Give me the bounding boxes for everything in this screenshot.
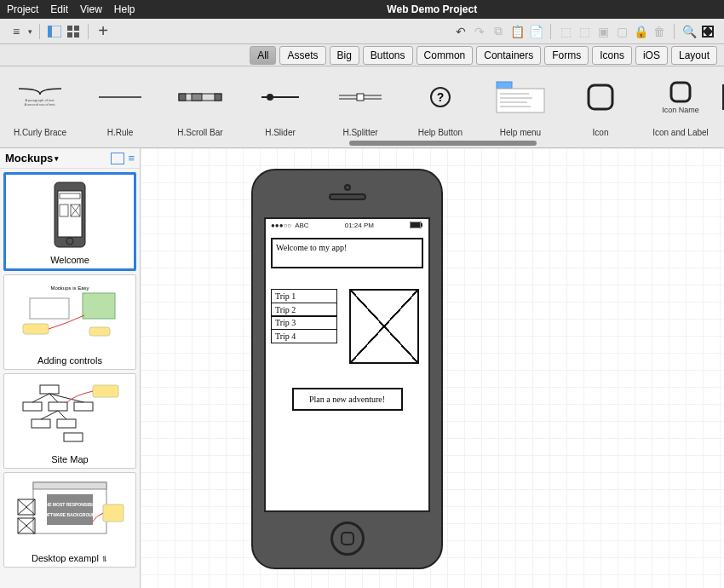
filter-buttons[interactable]: Buttons	[363, 46, 413, 65]
mockup-label: Site Map	[6, 454, 134, 464]
filter-containers[interactable]: Containers	[476, 46, 541, 65]
svg-rect-45	[83, 293, 115, 319]
canvas[interactable]: ●●●○○ ABC 01:24 PM Welcome to my app! Tr…	[141, 148, 724, 588]
mockup-label: Welcome	[8, 255, 132, 265]
mockup-card-desktop[interactable]: THE MOST RESPONSIBLESOFTWARE BACKGROUND …	[3, 472, 136, 568]
view-thumbnail-icon[interactable]	[111, 153, 124, 164]
lib-hcurlybrace[interactable]: A paragraph of text.A second row of text…	[0, 77, 80, 147]
welcome-textbox[interactable]: Welcome to my app!	[271, 238, 423, 268]
home-button[interactable]	[330, 522, 365, 556]
view-list-icon[interactable]: ≡	[128, 152, 135, 164]
svg-rect-2	[67, 26, 72, 31]
svg-rect-75	[421, 223, 422, 227]
svg-rect-15	[179, 94, 186, 101]
sidebar-chevron-icon[interactable]: ▾	[55, 154, 59, 163]
mockups-list[interactable]: Welcome Mockups is Easy Adding controls …	[0, 169, 140, 588]
carrier-label: ABC	[295, 222, 308, 229]
svg-rect-63	[33, 482, 106, 489]
svg-rect-49	[40, 385, 59, 394]
lib-icon[interactable]: Icon	[560, 77, 641, 147]
panel-left-icon[interactable]	[45, 22, 64, 41]
phone-screen: ●●●○○ ABC 01:24 PM Welcome to my app! Tr…	[264, 217, 430, 512]
list-item[interactable]: Trip 3	[271, 315, 337, 330]
undo-icon[interactable]: ↶	[451, 22, 470, 41]
sidebar-title: Mockups	[5, 152, 53, 164]
svg-rect-26	[497, 89, 544, 112]
send-back-icon[interactable]: ▢	[612, 22, 631, 41]
mockup-card-adding[interactable]: Mockups is Easy Adding controls	[3, 274, 136, 370]
svg-line-60	[41, 411, 58, 419]
svg-rect-56	[64, 433, 83, 441]
svg-rect-32	[671, 83, 690, 101]
filter-layout[interactable]: Layout	[671, 46, 717, 65]
plus-icon[interactable]: +	[94, 22, 112, 41]
svg-rect-25	[497, 82, 512, 89]
toolbar: ≡ ▾ + ↶ ↷ ⧉ 📋 📄 ⬚ ⬚ ▣ ▢ 🔒 🗑 🔍	[0, 19, 724, 44]
mockup-card-welcome[interactable]: Welcome	[3, 172, 136, 271]
iphone-mockup[interactable]: ●●●○○ ABC 01:24 PM Welcome to my app! Tr…	[251, 169, 443, 578]
lib-hslider[interactable]: H.Slider	[240, 77, 320, 147]
lib-hrule[interactable]: H.Rule	[80, 77, 160, 147]
lock-icon[interactable]: 🔒	[631, 22, 650, 41]
svg-text:?: ?	[437, 90, 445, 104]
list-item[interactable]: Trip 1	[271, 289, 337, 303]
clipboard-icon[interactable]: 📄	[526, 22, 545, 41]
copy-icon[interactable]: ⧉	[489, 22, 508, 41]
svg-text:SOFTWARE BACKGROUND: SOFTWARE BACKGROUND	[42, 512, 99, 517]
filter-forms[interactable]: Forms	[544, 46, 589, 65]
filter-ios[interactable]: iOS	[635, 46, 668, 65]
svg-rect-3	[74, 26, 79, 31]
lib-iconandlabel[interactable]: Icon Name Icon and Label	[641, 77, 721, 147]
time-label: 01:24 PM	[309, 222, 410, 229]
svg-line-61	[58, 411, 66, 419]
image-placeholder[interactable]	[349, 289, 419, 364]
redo-icon[interactable]: ↷	[470, 22, 489, 41]
svg-rect-22	[357, 94, 364, 101]
group-icon[interactable]: ⬚	[556, 22, 575, 41]
menu-bar: Project Edit View Help Web Demo Project	[0, 0, 724, 19]
svg-rect-73	[103, 504, 124, 522]
filter-bar: All Assets Big Buttons Common Containers…	[0, 44, 724, 66]
filter-assets[interactable]: Assets	[279, 46, 325, 65]
plan-adventure-button[interactable]: Plan a new adventure!	[292, 388, 403, 411]
list-item[interactable]: Trip 4	[271, 329, 337, 343]
hamburger-icon[interactable]: ≡	[7, 22, 26, 41]
svg-rect-50	[93, 385, 118, 397]
menu-edit[interactable]: Edit	[50, 3, 68, 15]
paste-icon[interactable]: 📋	[508, 22, 526, 41]
lib-helpmenu[interactable]: Help menu	[480, 77, 560, 147]
trip-list[interactable]: Trip 1 Trip 2 Trip 3 Trip 4	[271, 289, 337, 364]
svg-rect-48	[89, 327, 110, 336]
mockup-label: Adding controls	[6, 355, 134, 366]
svg-rect-16	[215, 94, 221, 101]
chevron-down-icon[interactable]: ▾	[26, 22, 34, 41]
filter-big[interactable]: Big	[330, 46, 359, 65]
svg-rect-64	[47, 494, 93, 525]
search-icon[interactable]: 🔍	[680, 22, 698, 41]
filter-icons[interactable]: Icons	[592, 46, 632, 65]
filter-common[interactable]: Common	[417, 46, 474, 65]
signal-icon: ●●●○○	[271, 222, 291, 229]
fullscreen-icon[interactable]	[698, 22, 717, 41]
filter-all[interactable]: All	[250, 46, 276, 65]
svg-rect-5	[74, 32, 79, 37]
svg-rect-54	[32, 419, 50, 428]
svg-rect-17	[192, 94, 202, 101]
list-item[interactable]: Trip 2	[271, 303, 337, 317]
ungroup-icon[interactable]: ⬚	[575, 22, 594, 41]
bring-front-icon[interactable]: ▣	[594, 22, 612, 41]
menu-view[interactable]: View	[80, 3, 102, 15]
svg-point-19	[267, 94, 273, 101]
menu-project[interactable]: Project	[7, 3, 38, 15]
lib-hsplitter[interactable]: H.Splitter	[320, 77, 400, 147]
mockup-card-sitemap[interactable]: Site Map	[3, 373, 136, 469]
lib-hscrollbar[interactable]: H.Scroll Bar	[160, 77, 240, 147]
lib-partial[interactable]: I	[721, 77, 724, 147]
svg-rect-76	[411, 222, 420, 228]
library-scrollbar[interactable]	[298, 141, 673, 146]
trash-icon[interactable]: 🗑	[650, 22, 669, 41]
lib-helpbutton[interactable]: ? Help Button	[400, 77, 480, 147]
svg-rect-31	[589, 85, 612, 109]
grid-icon[interactable]	[64, 22, 83, 41]
menu-help[interactable]: Help	[114, 3, 135, 15]
